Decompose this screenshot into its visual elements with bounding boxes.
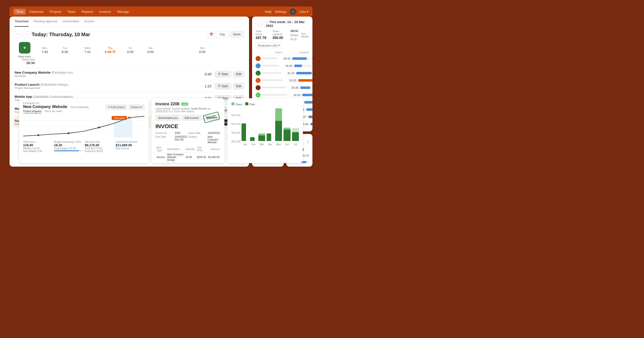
entry-1-edit-btn[interactable]: Edit [233, 71, 244, 77]
cap-bar-cell-0: 35.00 [292, 57, 312, 60]
chart-labels: Jan Feb Mar Apr May Jun Jul [242, 143, 299, 146]
label-jan: Jan [242, 143, 248, 146]
day-wed-hours: 7:41 [75, 50, 100, 54]
proj-tab-progress[interactable]: Project progress [23, 110, 42, 113]
day-mon-hours: 7:45 [35, 50, 55, 54]
cap-team-capacity: Team capacity 350.00 [272, 30, 285, 41]
chart-area: $80,000 $60,000 $40,000 $20,000 [231, 108, 299, 146]
edit-invoice-btn[interactable]: Edit invoice [182, 115, 202, 121]
day-wed[interactable]: Wed 7:41 [75, 46, 100, 54]
send-thankyou-btn[interactable]: Send thank-you [155, 115, 180, 121]
day-wed-name: Wed [75, 46, 100, 50]
bar-group-jul [292, 128, 299, 141]
new-invoice-link[interactable]: New Invoice [116, 147, 145, 150]
nav-settings[interactable]: Settings [275, 10, 287, 14]
th-desc: Description [166, 146, 185, 153]
proj-actions-btn[interactable]: Actions ▾ [129, 105, 144, 110]
bar-may-open [275, 108, 282, 121]
entry-2-actions: ⏱ Start Edit [215, 83, 244, 89]
day-fri-hours: 0:00 [120, 50, 140, 54]
cap-hours-0: 29.33 [277, 57, 292, 60]
ts-header: ‹ › Today: Thursday, 10 Mar 📅 Day Week [15, 31, 244, 38]
svg-text:This week: This week [114, 117, 125, 119]
proj-title-wrap: New Company Website Time & Materials [23, 105, 89, 109]
nav-time[interactable]: Time [14, 9, 26, 15]
day-tue[interactable]: Tue 8:00 [55, 46, 75, 54]
stat-costs-label: Internal costs [85, 140, 114, 143]
nav-manage[interactable]: Manage [115, 9, 132, 15]
proj-actions: ✏ Edit project Actions ▾ [106, 105, 144, 110]
day-thu[interactable]: Thu 5:08 ⏱ [100, 46, 120, 54]
bar-jan-paid [242, 123, 246, 141]
day-mon[interactable]: Mon 7:45 [35, 46, 55, 54]
ts-prev-btn[interactable]: ‹ [15, 31, 21, 38]
cap-hours-1: 15.42 [279, 64, 294, 67]
inv-tbody: Service New Company Website: Design 26.0… [155, 153, 220, 163]
bar-jun-paid [284, 130, 290, 141]
cap-avatar-5 [256, 92, 261, 98]
day-fri[interactable]: Fri 0:00 [120, 46, 140, 54]
cap-name-bar-1 [262, 65, 279, 67]
y-label-2: $40,000 [231, 123, 240, 125]
proj-tab-hours[interactable]: Hours per week [45, 110, 62, 113]
day-sat-hours: 0:00 [140, 50, 160, 54]
entry-2-start-btn[interactable]: ⏱ Start [215, 83, 231, 89]
cap-avatar-2 [256, 71, 261, 76]
inv-cell-type-0: Service [155, 153, 166, 162]
cap-row-5: 32.02 35.00 [256, 91, 309, 99]
entry-1-start-btn[interactable]: ⏱ Start [215, 71, 231, 77]
col-hours: Hours [269, 51, 284, 54]
nav-expenses[interactable]: Expenses [27, 9, 46, 15]
paid-stamp: PAID [203, 111, 220, 123]
tab-timesheet[interactable]: Timesheet [15, 17, 29, 27]
cap-hours-4: 20.35 [285, 86, 300, 89]
nav-invoices[interactable]: Invoices [97, 9, 114, 15]
nav-team[interactable]: Team [65, 9, 78, 15]
legend-paid: Paid [245, 102, 255, 106]
new-entry-plus-btn[interactable]: + [19, 42, 30, 54]
chart-y-labels: $80,000 $60,000 $40,000 $20,000 [231, 108, 240, 143]
nav-projects[interactable]: Projects [47, 9, 64, 15]
bar-group-jun [284, 128, 290, 141]
cap-filter[interactable]: Employees (10) ▾ [256, 43, 282, 48]
stat-total-val: 116.80 [23, 143, 52, 147]
cap-row-0: 🔴 29.33 35.00 [256, 55, 309, 62]
open-sq [231, 102, 234, 105]
cap-row-info-1 [256, 63, 279, 68]
tab-archive[interactable]: Archive [84, 17, 94, 27]
inv-header-row: Invoice 2208 paid [155, 102, 220, 106]
stat-billable: Billable 116.80 [23, 147, 52, 150]
view-history-link[interactable]: View history [181, 110, 194, 113]
cap-row-info-3: 🔴 [256, 78, 283, 83]
cap-nav-prev[interactable]: ‹ [256, 21, 260, 26]
filter-label: Employees (10) [258, 44, 277, 47]
user-name[interactable]: Julia ▾ [299, 10, 308, 14]
nav-help[interactable]: Help [265, 10, 272, 14]
day-sat-name: Sat [140, 46, 160, 50]
budget-help-icon[interactable]: ? [307, 140, 309, 144]
cap-nav-next[interactable]: › [260, 21, 265, 26]
cap-bar-bg-4 [300, 86, 312, 89]
cap-bar-fill-6 [304, 101, 312, 104]
tab-pending-approval[interactable]: Pending approval [34, 17, 57, 27]
cap-header: ‹ › · · This week: 14 – 20 Mar 2022 [256, 20, 309, 28]
edit-project-btn[interactable]: ✏ Edit project [106, 105, 127, 110]
user-avatar: J [290, 8, 296, 15]
chart-bars-col: Jan Feb Mar Apr May Jun Jul [242, 108, 299, 146]
calendar-icon[interactable]: 📅 [208, 31, 215, 38]
label-apr: Apr [267, 143, 273, 146]
view-week-btn[interactable]: Week [230, 31, 244, 38]
cap-row-info-5 [256, 92, 287, 98]
view-day-btn[interactable]: Day [216, 31, 228, 38]
tab-unsubmitted[interactable]: Unsubmitted [62, 17, 79, 27]
entry-2-edit-btn[interactable]: Edit [233, 83, 244, 89]
ts-next-btn[interactable]: › [23, 31, 30, 38]
day-sat[interactable]: Sat 0:00 [140, 46, 160, 54]
y-label-1: $60,000 [231, 131, 240, 134]
cap-capacity-label: Team capacity [272, 30, 285, 36]
cap-bar-cell-2: 35.00 [296, 72, 312, 75]
stat-costs: Internal costs $8,176.00 Time $8,176.00 … [85, 140, 114, 153]
cap-name-bar-5 [262, 94, 287, 96]
nav-reports[interactable]: Reports [79, 9, 96, 15]
day-sun[interactable]: Sun 0:00 [160, 46, 244, 54]
